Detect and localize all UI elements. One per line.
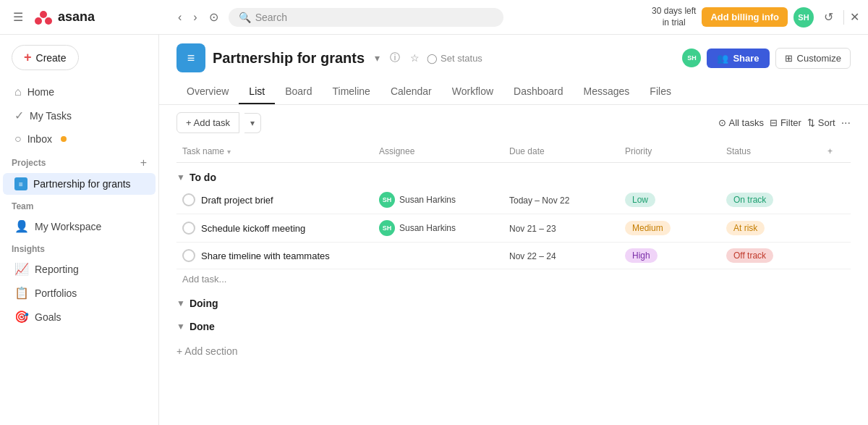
tab-overview[interactable]: Overview [176,80,239,104]
info-button[interactable]: ⓘ [387,50,403,66]
sidebar-item-my-tasks[interactable]: ✓ My Tasks [3,104,156,127]
sidebar-item-partnership[interactable]: ≡ Partnership for grants [3,173,156,195]
task-name-cell-3: Share timeline with teammates [176,245,373,266]
section-doing: ▼ Doing [176,292,851,312]
add-section-label: + Add section [176,345,237,357]
project-header-right: SH 👥 Share ⊞ Customize [682,48,851,69]
set-status-button[interactable]: ◯ Set status [427,53,482,64]
user-avatar[interactable]: SH [793,7,814,28]
create-button[interactable]: + Create [12,45,79,70]
due-date-2: Nov 21 – 23 [509,224,556,234]
all-tasks-label: All tasks [729,117,764,128]
add-project-button[interactable]: + [140,156,147,169]
sidebar-item-goals[interactable]: 🎯 Goals [3,306,156,328]
add-task-inline[interactable]: Add task... [176,269,851,289]
notifications-button[interactable]: ↺ [820,7,838,27]
section-done-header[interactable]: ▼ Done [176,315,851,335]
share-button[interactable]: 👥 Share [707,49,769,68]
assignee-name-2: Susan Harkins [399,223,456,233]
sidebar-item-my-workspace[interactable]: 👤 My Workspace [3,215,156,237]
project-title-actions: ▾ ⓘ ☆ ◯ Set status [372,50,482,66]
tab-timeline[interactable]: Timeline [323,80,380,104]
insights-section-header: Insights [0,238,158,257]
asana-logo-text: asana [58,9,95,25]
svg-point-1 [35,17,42,25]
add-task-button[interactable]: + Add task [176,112,239,133]
more-options-button[interactable]: ··· [841,117,851,130]
team-section-header: Team [0,195,158,214]
tab-calendar[interactable]: Calendar [380,80,442,104]
customize-icon: ⊞ [785,53,793,64]
portfolios-icon: 📋 [14,286,29,300]
trial-text: 30 days left in trial [652,6,696,28]
priority-cell-3: High [619,244,720,267]
table-row[interactable]: Schedule kickoff meeting SH Susan Harkin… [176,214,851,243]
search-bar[interactable]: 🔍 Search [229,8,503,27]
all-tasks-icon: ⊙ [718,117,726,128]
task-checkbox-1[interactable] [182,193,195,206]
section-to-do-header[interactable]: ▼ To do [176,166,851,186]
set-status-label: Set status [441,53,482,64]
th-assignee: Assignee [373,143,503,159]
th-add-col[interactable]: + [822,143,851,159]
task-checkbox-2[interactable] [182,222,195,235]
recents-button[interactable]: ⊙ [205,7,223,27]
tab-dashboard[interactable]: Dashboard [503,80,574,104]
all-tasks-button[interactable]: ⊙ All tasks [718,117,764,128]
sort-button[interactable]: ⇅ Sort [807,117,835,128]
customize-button[interactable]: ⊞ Customize [775,48,851,69]
tasks-icon: ✓ [14,109,24,122]
section-to-do: ▼ To do Draft project brief SH Susan Har… [176,166,851,289]
tab-messages[interactable]: Messages [574,80,640,104]
due-date-1: Today – Nov 22 [509,195,569,206]
status-cell-3: Off track [720,244,822,267]
star-button[interactable]: ☆ [407,51,422,65]
team-section-title: Team [12,201,33,211]
sidebar-item-reporting[interactable]: 📈 Reporting [3,258,156,280]
tab-list[interactable]: List [239,80,275,104]
share-label: Share [733,53,759,64]
main-layout: + Create ⌂ Home ✓ My Tasks ○ Inbox Proje… [0,35,868,425]
close-button[interactable]: ✕ [850,10,859,24]
assignee-cell-3 [373,251,503,260]
reporting-icon: 📈 [14,262,29,276]
insights-section-title: Insights [12,244,45,254]
workspace-icon: 👤 [14,219,29,233]
status-badge-2: At risk [726,221,765,235]
svg-point-0 [40,11,47,18]
sort-label: Sort [818,117,835,128]
table-row[interactable]: Draft project brief SH Susan Harkins Tod… [176,186,851,214]
due-date-cell-3: Nov 22 – 24 [503,246,619,266]
th-due-date-label: Due date [509,146,545,156]
back-button[interactable]: ‹ [174,8,186,27]
tab-workflow[interactable]: Workflow [442,80,503,104]
create-section: + Create [0,41,158,75]
add-task-dropdown-button[interactable]: ▾ [244,113,261,133]
table-row[interactable]: Share timeline with teammates Nov 22 – 2… [176,243,851,269]
add-section-row[interactable]: + Add section [176,338,851,364]
th-priority: Priority [619,143,720,159]
sidebar-item-home[interactable]: ⌂ Home [3,81,156,103]
assignee-cell-1: SH Susan Harkins [373,188,503,212]
sidebar-item-home-label: Home [27,86,54,98]
forward-button[interactable]: › [189,8,201,27]
due-date-cell-1: Today – Nov 22 [503,190,619,210]
search-icon: 🔍 [239,12,251,23]
hamburger-button[interactable]: ☰ [9,7,27,27]
sidebar-portfolios-label: Portfolios [35,287,77,299]
billing-button[interactable]: Add billing info [702,7,788,27]
dropdown-button[interactable]: ▾ [372,51,383,65]
project-name: Partnership for grants [213,50,365,67]
filter-button[interactable]: ⊟ Filter [770,117,801,128]
section-doing-header[interactable]: ▼ Doing [176,292,851,312]
task-checkbox-3[interactable] [182,249,195,262]
th-priority-label: Priority [625,146,652,156]
task-area: + Add task ▾ ⊙ All tasks ⊟ Filter ⇅ Sort [159,105,868,425]
sidebar-item-inbox[interactable]: ○ Inbox [3,128,156,150]
done-chevron-icon: ▼ [176,321,185,332]
projects-section-title: Projects [12,158,46,168]
sidebar-item-portfolios[interactable]: 📋 Portfolios [3,282,156,304]
tab-files[interactable]: Files [639,80,681,104]
sidebar: + Create ⌂ Home ✓ My Tasks ○ Inbox Proje… [0,35,159,425]
tab-board[interactable]: Board [275,80,322,104]
